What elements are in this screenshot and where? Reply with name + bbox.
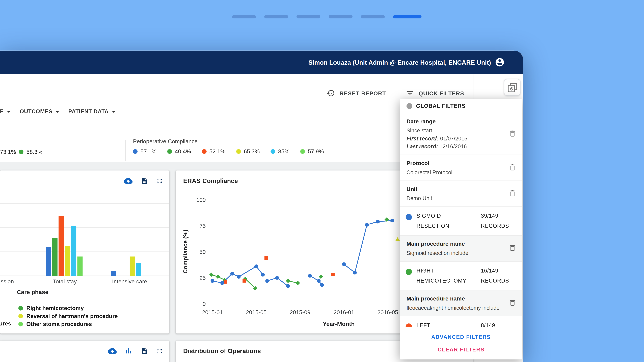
- series-color-dot: [406, 269, 412, 275]
- svg-text:Admission: Admission: [0, 278, 14, 285]
- legend-label: Other stoma procedures: [26, 321, 92, 327]
- carousel-dash[interactable]: [264, 15, 288, 18]
- filter-section-unit: Unit Demo Unit: [400, 181, 522, 207]
- carousel-dash[interactable]: [232, 15, 256, 18]
- svg-text:2015-09: 2015-09: [290, 309, 310, 316]
- chevron-down-icon: [112, 111, 116, 113]
- legend-value: 40.4%: [175, 148, 191, 155]
- legend-item: 52.1%: [202, 148, 225, 155]
- report-toolbar: RESET REPORT QUICK FILTERS: [326, 89, 464, 97]
- svg-text:Compliance (%): Compliance (%): [182, 230, 188, 274]
- filter-record-line: First record:01/07/2015: [406, 135, 504, 142]
- download-chart-button[interactable]: [124, 176, 132, 185]
- tab-label: OUTCOMES: [20, 108, 52, 114]
- filter-title: Main procedure name: [406, 240, 504, 248]
- reset-history-icon: [326, 89, 335, 97]
- record-value: 01/07/2015: [440, 135, 468, 142]
- legend-value: 65.3%: [244, 148, 260, 155]
- delete-filter-button[interactable]: [508, 162, 517, 173]
- procedure-record-count: 39/149 RECORDS: [481, 211, 509, 231]
- document-icon: [140, 347, 148, 355]
- legend-item: 85%: [271, 148, 290, 155]
- series-color-dot: [406, 214, 412, 220]
- filter-value: Since start: [406, 127, 504, 135]
- delete-filter-button[interactable]: [508, 298, 517, 309]
- perioperative-legend-group: Perioperative Compliance 57.1% 40.4% 52.…: [133, 138, 324, 155]
- carousel-dash[interactable]: [329, 15, 352, 18]
- download-chart-button[interactable]: [108, 347, 116, 355]
- legend-value: 57.9%: [308, 148, 324, 155]
- care-phase-legend: Right hemicotectomy Reversal of hartmann…: [18, 304, 118, 328]
- legend-label-fragment: ures: [0, 321, 11, 327]
- carousel-dash[interactable]: [296, 15, 320, 18]
- care-phase-chart-card: AdmissionTotal stayIntensive careCare ph…: [0, 170, 170, 333]
- series-color-dot: [18, 306, 23, 310]
- account-icon: [495, 57, 505, 67]
- report-stack-button[interactable]: 6: [504, 79, 521, 96]
- filter-section-main-procedure-1: Main procedure name Sigmoid resection in…: [400, 236, 522, 262]
- legend-item: 57.1%: [133, 148, 156, 155]
- delete-filter-button[interactable]: [508, 188, 517, 199]
- chart-type-button[interactable]: [124, 347, 132, 355]
- quick-filters-button[interactable]: QUICK FILTERS: [406, 89, 464, 97]
- series-color-dot: [236, 149, 241, 154]
- fullscreen-icon: [156, 177, 164, 185]
- carousel-dash[interactable]: [361, 15, 385, 18]
- legend-label: Right hemicotectomy: [26, 305, 84, 311]
- tab-fragment[interactable]: E: [0, 108, 11, 114]
- legend-group-title: Perioperative Compliance: [133, 138, 324, 144]
- reset-report-button[interactable]: RESET REPORT: [326, 89, 386, 97]
- series-color-dot: [202, 149, 206, 154]
- procedure-row-right-hemicotectomy[interactable]: RIGHT HEMICOTECTOMY 16/149 RECORDS: [400, 262, 522, 291]
- global-filters-header: GLOBAL FILTERS: [400, 99, 522, 113]
- svg-text:0: 0: [202, 301, 206, 307]
- filter-title: Unit: [406, 185, 504, 193]
- user-label: Simon Louaza (Unit Admin @ Encare Hospit…: [308, 59, 491, 66]
- quick-filters-panel: GLOBAL FILTERS Date range Since start Fi…: [400, 99, 522, 359]
- delete-filter-button[interactable]: [508, 243, 517, 254]
- tab-outcomes[interactable]: OUTCOMES: [20, 108, 60, 114]
- svg-text:Total stay: Total stay: [53, 278, 77, 285]
- series-color-dot: [271, 149, 275, 154]
- expand-chart-button[interactable]: [156, 347, 164, 355]
- chart-report-button[interactable]: [140, 177, 148, 185]
- clear-filters-link[interactable]: CLEAR FILTERS: [438, 347, 484, 353]
- legend-item: 57.9%: [300, 148, 324, 155]
- chart-report-button[interactable]: [140, 347, 148, 355]
- tab-label: PATIENT DATA: [68, 108, 108, 114]
- legend-value: 57.1%: [140, 148, 156, 155]
- quick-filters-label: QUICK FILTERS: [418, 90, 464, 96]
- legend-value: 58.3%: [26, 148, 42, 155]
- procedure-row-sigmoid-resection[interactable]: SIGMOID RESECTION 39/149 RECORDS: [400, 207, 522, 236]
- svg-text:75: 75: [200, 223, 206, 229]
- legend-item: 65.3%: [236, 148, 260, 155]
- expand-chart-button[interactable]: [156, 177, 164, 185]
- svg-text:50: 50: [200, 249, 206, 255]
- app-header: Simon Louaza (Unit Admin @ Encare Hospit…: [0, 51, 523, 74]
- filter-value: Ileocaecal/right hemicolectomy include: [406, 304, 504, 312]
- filter-value: Sigmoid resection include: [406, 249, 504, 257]
- chevron-down-icon: [7, 111, 11, 113]
- svg-text:25: 25: [200, 275, 206, 281]
- legend-value-fragment: 73.1%: [0, 148, 16, 155]
- series-color-dot: [167, 149, 172, 154]
- filter-title: Main procedure name: [406, 295, 504, 303]
- tab-patient-data[interactable]: PATIENT DATA: [68, 108, 116, 114]
- delete-filter-button[interactable]: [508, 129, 517, 139]
- chevron-down-icon: [55, 111, 60, 113]
- carousel-dash-active[interactable]: [393, 15, 422, 18]
- filter-record-line: Last record:12/16/2016: [406, 142, 504, 150]
- app-window: Simon Louaza (Unit Admin @ Encare Hospit…: [0, 51, 523, 362]
- advanced-filters-link[interactable]: ADVANCED FILTERS: [431, 334, 491, 340]
- legend-label: Reversal of hartmann's procedure: [26, 313, 118, 319]
- svg-text:100: 100: [196, 197, 206, 203]
- svg-text:2016-01: 2016-01: [334, 309, 354, 316]
- cloud-download-icon: [108, 347, 116, 355]
- user-menu[interactable]: Simon Louaza (Unit Admin @ Encare Hospit…: [308, 51, 505, 74]
- legend-value: 52.1%: [209, 148, 225, 155]
- legend-divider: [126, 140, 126, 161]
- filter-title: Date range: [406, 117, 504, 125]
- legend-value: 85%: [278, 148, 289, 155]
- legend-item: 40.4%: [167, 148, 191, 155]
- series-color-dot: [18, 322, 23, 326]
